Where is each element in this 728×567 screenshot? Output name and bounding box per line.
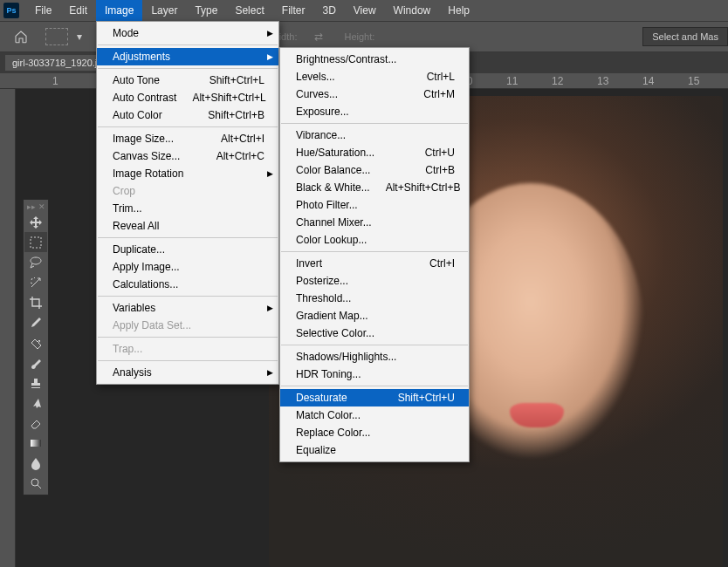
separator [98, 68, 278, 69]
adjust-menu-channel-mixer[interactable]: Channel Mixer... [280, 214, 469, 231]
menu-layer[interactable]: Layer [142, 0, 186, 21]
submenu-arrow-icon: ▶ [267, 304, 273, 312]
tool-dodge[interactable] [24, 473, 47, 493]
menu-image[interactable]: Image [96, 0, 142, 21]
image-menu-analysis[interactable]: Analysis▶ [97, 364, 278, 381]
ruler-mark: 1 [52, 75, 58, 87]
adjust-menu-desaturate[interactable]: DesaturateShift+Ctrl+U [280, 389, 469, 406]
image-menu-variables[interactable]: Variables▶ [97, 299, 278, 317]
menu-filter[interactable]: Filter [273, 0, 314, 21]
panel-collapse-icon[interactable]: ▸▸ ✕ [24, 202, 48, 212]
adjust-menu-hue-saturation[interactable]: Hue/Saturation...Ctrl+U [280, 144, 469, 161]
adjust-menu-exposure[interactable]: Exposure... [280, 103, 469, 120]
tool-lasso[interactable] [24, 252, 47, 272]
menu-file[interactable]: File [26, 0, 60, 21]
adjust-menu-replace-color[interactable]: Replace Color... [280, 424, 469, 441]
image-menu-apply-data-set: Apply Data Set... [97, 317, 278, 334]
tool-history[interactable] [24, 393, 47, 413]
adjust-menu-brightness-contrast[interactable]: Brightness/Contrast... [280, 51, 469, 68]
adjust-menu-gradient-map[interactable]: Gradient Map... [280, 307, 469, 324]
tool-stamp[interactable] [24, 372, 47, 393]
submenu-arrow-icon: ▶ [267, 52, 273, 61]
tools-panel: ▸▸ ✕ [23, 199, 49, 495]
height-label: Height: [344, 31, 374, 42]
select-mask-button[interactable]: Select and Mas [642, 27, 728, 46]
marquee-preset-icon[interactable] [45, 28, 68, 45]
dropdown-caret-icon[interactable]: ▾ [77, 31, 82, 43]
adjust-menu-vibrance[interactable]: Vibrance... [280, 126, 469, 144]
svg-rect-0 [31, 237, 41, 248]
image-menu-duplicate[interactable]: Duplicate... [97, 241, 278, 258]
document-tab[interactable]: girl-3033718_1920.j [5, 55, 104, 71]
tool-marquee[interactable] [24, 232, 47, 252]
image-menu-apply-image[interactable]: Apply Image... [97, 258, 278, 276]
swap-dims-icon[interactable]: ⇄ [314, 31, 323, 43]
adjust-menu-hdr-toning[interactable]: HDR Toning... [280, 365, 469, 383]
image-menu-crop: Crop [97, 182, 278, 200]
ps-logo: Ps [3, 3, 19, 18]
separator [98, 360, 278, 361]
adjust-menu-color-lookup[interactable]: Color Lookup... [280, 231, 469, 249]
tool-heal[interactable] [24, 332, 47, 352]
tool-brush[interactable] [24, 352, 47, 372]
adjust-menu-curves[interactable]: Curves...Ctrl+M [280, 85, 469, 103]
menu-edit[interactable]: Edit [60, 0, 96, 21]
separator [98, 296, 278, 297]
image-menu-dropdown: Mode▶Adjustments▶Auto ToneShift+Ctrl+LAu… [96, 21, 279, 385]
adjust-menu-levels[interactable]: Levels...Ctrl+L [280, 68, 469, 85]
ruler-vertical [0, 89, 16, 567]
tool-eyedrop[interactable] [24, 312, 47, 332]
tool-blur[interactable] [24, 453, 47, 473]
menubar: Ps FileEditImageLayerTypeSelectFilter3DV… [0, 0, 728, 21]
menu-view[interactable]: View [345, 0, 385, 21]
image-menu-trim[interactable]: Trim... [97, 200, 278, 217]
adjust-menu-match-color[interactable]: Match Color... [280, 406, 469, 424]
tool-wand[interactable] [24, 272, 47, 292]
adjust-menu-invert[interactable]: InvertCtrl+I [280, 255, 469, 272]
adjust-menu-black-white[interactable]: Black & White...Alt+Shift+Ctrl+B [280, 179, 469, 196]
menu-window[interactable]: Window [385, 0, 440, 21]
adjust-menu-equalize[interactable]: Equalize [280, 441, 469, 459]
ruler-mark: 14 [642, 75, 654, 87]
image-menu-image-rotation[interactable]: Image Rotation▶ [97, 165, 278, 182]
separator [98, 44, 278, 45]
tool-move[interactable] [24, 212, 47, 232]
separator [98, 237, 278, 238]
image-menu-canvas-size[interactable]: Canvas Size...Alt+Ctrl+C [97, 147, 278, 165]
submenu-arrow-icon: ▶ [267, 29, 273, 38]
svg-point-2 [31, 479, 38, 486]
ruler-mark: 13 [597, 75, 608, 87]
adjust-menu-shadows-highlights[interactable]: Shadows/Highlights... [280, 348, 469, 365]
image-menu-mode[interactable]: Mode▶ [97, 24, 278, 42]
menu-select[interactable]: Select [226, 0, 272, 21]
adjust-menu-posterize[interactable]: Posterize... [280, 272, 469, 290]
adjust-menu-photo-filter[interactable]: Photo Filter... [280, 196, 469, 214]
home-button[interactable] [10, 27, 31, 46]
separator [98, 126, 278, 127]
image-menu-adjustments[interactable]: Adjustments▶ [97, 48, 278, 65]
adjust-menu-threshold[interactable]: Threshold... [280, 290, 469, 307]
ruler-mark: 11 [506, 75, 518, 87]
menu-type[interactable]: Type [186, 0, 226, 21]
image-menu-reveal-all[interactable]: Reveal All [97, 217, 278, 235]
tool-eraser[interactable] [24, 413, 47, 433]
separator [281, 345, 468, 345]
tool-crop[interactable] [24, 292, 47, 312]
image-menu-auto-color[interactable]: Auto ColorShift+Ctrl+B [97, 106, 278, 124]
image-menu-calculations[interactable]: Calculations... [97, 276, 278, 293]
adjust-menu-selective-color[interactable]: Selective Color... [280, 324, 469, 342]
separator [98, 337, 278, 338]
tool-gradient[interactable] [24, 433, 47, 453]
adjust-menu-color-balance[interactable]: Color Balance...Ctrl+B [280, 161, 469, 179]
image-menu-auto-contrast[interactable]: Auto ContrastAlt+Shift+Ctrl+L [97, 89, 278, 106]
image-menu-auto-tone[interactable]: Auto ToneShift+Ctrl+L [97, 72, 278, 89]
submenu-arrow-icon: ▶ [267, 169, 273, 178]
separator [281, 386, 468, 386]
adjustments-submenu: Brightness/Contrast...Levels...Ctrl+LCur… [279, 47, 470, 462]
separator [281, 251, 468, 252]
menu-3d[interactable]: 3D [313, 0, 344, 21]
svg-rect-1 [31, 440, 41, 447]
image-menu-image-size[interactable]: Image Size...Alt+Ctrl+I [97, 130, 278, 147]
ruler-mark: 15 [688, 75, 699, 87]
menu-help[interactable]: Help [439, 0, 478, 21]
